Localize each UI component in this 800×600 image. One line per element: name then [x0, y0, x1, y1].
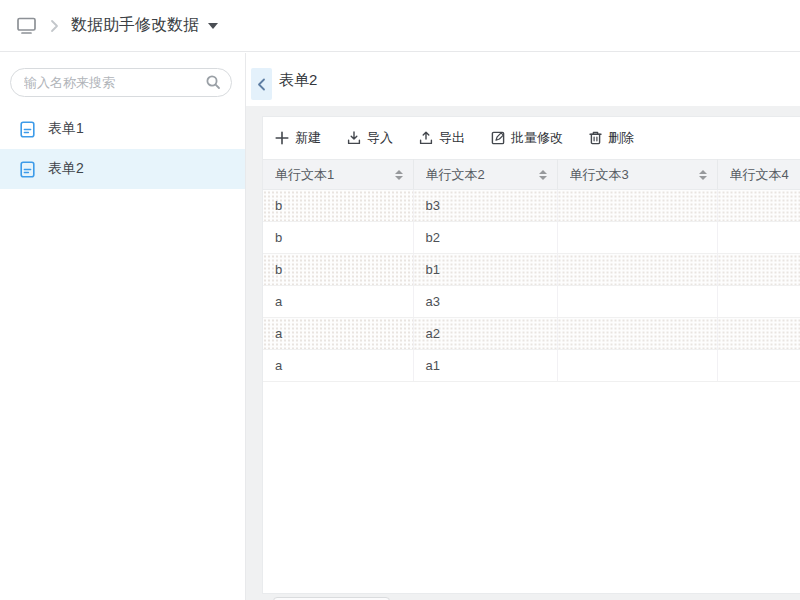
form-list: 表单1 表单2	[0, 109, 245, 189]
search-icon[interactable]	[205, 74, 221, 94]
sidebar: 表单1 表单2	[0, 53, 246, 600]
search-input[interactable]	[10, 68, 232, 97]
sidebar-item-label: 表单1	[48, 120, 84, 138]
trash-icon	[589, 131, 602, 145]
column-header[interactable]: 单行文本4	[717, 160, 800, 190]
back-button[interactable]	[251, 68, 272, 100]
content-layout: 表单1 表单2 表单2	[0, 53, 800, 600]
main-area: 表单2 新建 导入	[246, 53, 800, 600]
main-header: 表单2	[246, 53, 800, 106]
file-icon	[20, 161, 35, 178]
sort-icon[interactable]	[395, 170, 403, 180]
monitor-icon[interactable]	[16, 16, 37, 35]
caret-down-icon[interactable]	[208, 23, 218, 29]
breadcrumb-app-title[interactable]: 数据助手修改数据	[71, 15, 199, 36]
new-button[interactable]: 新建	[275, 129, 321, 147]
delete-button[interactable]: 删除	[589, 129, 634, 147]
data-table: 单行文本1 单行文本2	[263, 159, 800, 382]
column-header[interactable]: 单行文本1	[263, 160, 413, 190]
batch-edit-button[interactable]: 批量修改	[491, 129, 563, 147]
table-toolbar: 新建 导入 导出	[263, 117, 800, 159]
table-header-row: 单行文本1 单行文本2	[263, 160, 800, 190]
table-row[interactable]: b b3	[263, 190, 800, 222]
table-row[interactable]: b b1	[263, 254, 800, 286]
column-header[interactable]: 单行文本3	[557, 160, 717, 190]
chevron-left-icon	[257, 78, 266, 91]
table-row[interactable]: a a3	[263, 286, 800, 318]
column-header[interactable]: 单行文本2	[413, 160, 557, 190]
sidebar-item-label: 表单2	[48, 160, 84, 178]
table-row[interactable]: a a1	[263, 350, 800, 382]
sort-icon[interactable]	[539, 170, 547, 180]
page-title: 表单2	[279, 53, 317, 106]
export-button[interactable]: 导出	[419, 129, 465, 147]
edit-icon	[491, 131, 505, 145]
import-button[interactable]: 导入	[347, 129, 393, 147]
file-icon	[20, 121, 35, 138]
main-body: 新建 导入 导出	[246, 106, 800, 600]
table-row[interactable]: b b2	[263, 222, 800, 254]
chevron-right-icon	[50, 19, 59, 33]
data-panel: 新建 导入 导出	[262, 116, 800, 594]
plus-icon	[275, 131, 289, 145]
sidebar-item-form2[interactable]: 表单2	[0, 149, 245, 189]
sort-icon[interactable]	[699, 170, 707, 180]
table-row[interactable]: a a2	[263, 318, 800, 350]
sidebar-item-form1[interactable]: 表单1	[0, 109, 245, 149]
export-icon	[419, 131, 433, 145]
sidebar-search	[10, 68, 232, 97]
import-icon	[347, 131, 361, 145]
top-bar: 数据助手修改数据	[0, 0, 800, 52]
